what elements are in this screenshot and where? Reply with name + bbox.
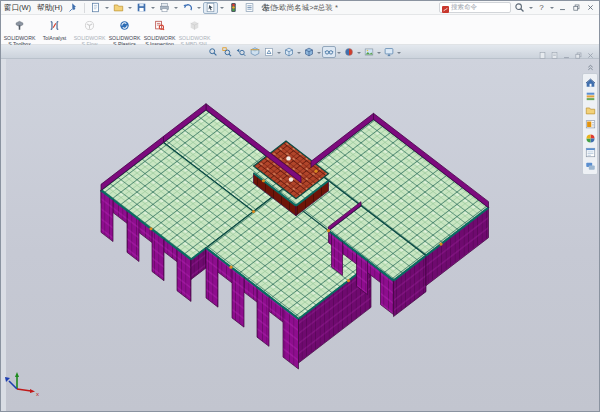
zoom-to-area-icon[interactable] xyxy=(220,46,234,58)
inspection-icon xyxy=(154,17,165,35)
quick-access-toolbar xyxy=(88,2,280,14)
minimize-button[interactable] xyxy=(556,2,569,14)
addin-plastics-button[interactable]: SOLIDWORKS Plastics xyxy=(107,15,142,44)
addin-inspection-button[interactable]: SOLIDWORKS Inspection xyxy=(142,15,177,44)
taskpane-view-palette-tab[interactable] xyxy=(584,118,596,130)
addin-mbd-button: SOLIDWORKS MBD SNL xyxy=(177,15,212,44)
search-commands-box[interactable]: 搜索命令 xyxy=(439,2,511,13)
flow-simulation-icon xyxy=(84,17,95,35)
menu-help[interactable]: 帮助(H) xyxy=(34,3,65,13)
solidworks-window: { "window": { "title": "友信.欧尚名城>#总装 *", … xyxy=(0,0,600,412)
clamp-accent xyxy=(262,179,265,182)
clamp-accent xyxy=(327,229,330,232)
menu-window[interactable]: 窗口(W) xyxy=(1,3,34,13)
restore-button[interactable] xyxy=(570,2,583,14)
new-file-icon[interactable] xyxy=(88,2,103,14)
titlebar-right: 搜索命令 ? xyxy=(439,2,599,14)
help-button[interactable]: ? xyxy=(535,2,548,14)
taskpane-solidworks-forum-tab[interactable] xyxy=(584,160,596,172)
open-file-icon[interactable] xyxy=(111,2,126,14)
undo-caret-icon[interactable] xyxy=(197,7,201,11)
taskpane-solidworks-resources-tab[interactable] xyxy=(584,76,596,88)
view-settings-icon[interactable] xyxy=(382,46,396,58)
select-icon[interactable] xyxy=(203,2,218,14)
addin-flow-simulation-button: SOLIDWORKS Flow Simulation xyxy=(72,15,107,44)
edit-appearance-caret-icon[interactable] xyxy=(357,52,361,56)
3d-drawing-view-icon[interactable] xyxy=(262,46,276,58)
apply-scene-icon[interactable] xyxy=(362,46,376,58)
hide-show-items-caret-icon[interactable] xyxy=(337,52,341,56)
reference-triad: x xyxy=(5,372,39,397)
triad-x-label: x xyxy=(36,391,39,397)
collapse-chevron-icon[interactable] xyxy=(583,63,597,72)
save-icon[interactable] xyxy=(134,2,149,14)
divider xyxy=(84,3,85,13)
help-caret-icon[interactable] xyxy=(550,7,554,11)
edit-appearance-icon[interactable] xyxy=(342,46,356,58)
select-caret-icon[interactable] xyxy=(220,7,224,11)
search-caret-icon[interactable] xyxy=(529,7,533,11)
taskpane-design-library-tab[interactable] xyxy=(584,90,596,102)
hide-show-items-icon[interactable] xyxy=(322,46,336,58)
clamp-accent xyxy=(439,243,442,246)
window-title: 友信.欧尚名城>#总装 * xyxy=(262,1,338,15)
graphics-viewport[interactable]: x xyxy=(1,59,599,411)
display-style-caret-icon[interactable] xyxy=(317,52,321,56)
save-caret-icon[interactable] xyxy=(151,7,155,11)
taskpane-appearances-tab[interactable] xyxy=(584,132,596,144)
clamp-accent xyxy=(229,266,232,269)
search-input[interactable]: 搜索命令 xyxy=(451,3,477,12)
section-view-icon[interactable] xyxy=(248,46,262,58)
taskpane-file-explorer-tab[interactable] xyxy=(584,104,596,116)
heads-up-view-toolbar xyxy=(206,46,402,58)
view-settings-caret-icon[interactable] xyxy=(397,52,401,56)
display-style-icon[interactable] xyxy=(302,46,316,58)
3d-drawing-view-caret-icon[interactable] xyxy=(277,52,281,56)
taskpane-custom-properties-tab[interactable] xyxy=(584,146,596,158)
view-orientation-icon[interactable] xyxy=(282,46,296,58)
title-bar: 窗口(W) 帮助(H) 友信.欧尚名城>#总装 * 搜索命令 ? xyxy=(1,1,599,15)
task-pane xyxy=(582,63,598,175)
pin-menu-icon[interactable] xyxy=(66,2,81,14)
clamp-accent xyxy=(347,279,350,282)
print-icon[interactable] xyxy=(157,2,172,14)
clamp-accent xyxy=(314,170,317,173)
toolbox-icon xyxy=(14,17,25,35)
open-file-caret-icon[interactable] xyxy=(128,7,132,11)
undo-icon[interactable] xyxy=(180,2,195,14)
apply-scene-caret-icon[interactable] xyxy=(377,52,381,56)
zoom-to-fit-icon[interactable] xyxy=(206,46,220,58)
rebuild-icon[interactable] xyxy=(226,2,241,14)
mbd-icon xyxy=(189,17,200,35)
new-file-caret-icon[interactable] xyxy=(105,7,109,11)
clamp-accent xyxy=(252,210,255,213)
viewport-top-band xyxy=(1,45,599,59)
assembly-model[interactable]: x xyxy=(1,59,599,411)
addin-tolanalyst-button[interactable]: TolAnalyst xyxy=(37,15,72,44)
core-opening xyxy=(286,156,290,160)
search-icon[interactable] xyxy=(512,2,527,14)
addin-label: TolAnalyst xyxy=(43,36,67,42)
file-properties-icon[interactable] xyxy=(242,2,257,14)
addins-toolbar: SOLIDWORKS ToolboxTolAnalystSOLIDWORKS F… xyxy=(1,15,599,45)
addin-toolbox-button[interactable]: SOLIDWORKS Toolbox xyxy=(2,15,37,44)
clamp-accent xyxy=(149,227,152,230)
plastics-icon xyxy=(119,17,130,35)
core-opening xyxy=(289,177,293,181)
previous-view-icon[interactable] xyxy=(234,46,248,58)
tolanalyst-icon xyxy=(49,17,60,35)
close-button[interactable] xyxy=(584,2,597,14)
view-orientation-caret-icon[interactable] xyxy=(297,52,301,56)
print-caret-icon[interactable] xyxy=(174,7,178,11)
